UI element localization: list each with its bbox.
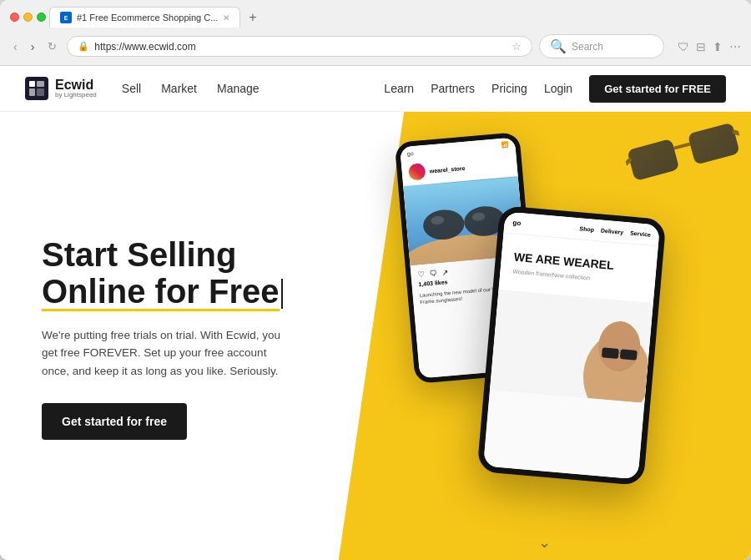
window-controls	[10, 13, 46, 22]
svg-rect-22	[602, 348, 619, 360]
status-icons: 📶	[501, 141, 509, 149]
minimize-button[interactable]	[23, 13, 33, 22]
menu-icon[interactable]: ⋯	[729, 40, 741, 53]
mockup-title: WE ARE WEAREL	[513, 250, 614, 272]
logo[interactable]: Ecwid by Lightspeed	[25, 77, 97, 100]
tab-title: #1 Free Ecommerce Shopping C...	[77, 13, 218, 23]
url-text: https://www.ecwid.com	[94, 41, 507, 53]
svg-rect-3	[37, 88, 44, 96]
tab-favicon: E	[60, 12, 72, 23]
tab-bar: E #1 Free Ecommerce Shopping C... ✕ +	[10, 7, 741, 28]
get-started-hero-button[interactable]: Get started for free	[42, 403, 187, 440]
bookmark-icon[interactable]: ☆	[512, 40, 522, 53]
nav-manage[interactable]: Manage	[217, 82, 260, 95]
nav-learn[interactable]: Learn	[384, 82, 414, 95]
browser-window: E #1 Free Ecommerce Shopping C... ✕ + ‹ …	[0, 0, 751, 560]
tab-close-icon[interactable]: ✕	[223, 13, 229, 23]
scroll-down-indicator[interactable]: ⌄	[538, 533, 551, 552]
forward-button[interactable]: ›	[28, 38, 38, 55]
new-tab-button[interactable]: +	[244, 8, 261, 27]
refresh-button[interactable]: ↻	[44, 38, 60, 54]
maximize-button[interactable]	[37, 13, 46, 22]
browser-tab[interactable]: E #1 Free Ecommerce Shopping C... ✕	[49, 7, 240, 28]
sidebar-icon[interactable]: ⊟	[696, 40, 706, 53]
lock-icon: 🔒	[78, 41, 89, 52]
browser-actions: 🛡 ⊟ ⬆ ⋯	[678, 40, 741, 53]
navigation-bar: Ecwid by Lightspeed Sell Market Manage L…	[0, 66, 751, 112]
nav-login[interactable]: Login	[544, 82, 572, 95]
svg-rect-0	[29, 81, 35, 87]
share-icon[interactable]: ⬆	[713, 40, 723, 53]
status-time: go	[407, 150, 414, 157]
nav-sell[interactable]: Sell	[122, 82, 141, 95]
logo-icon	[25, 77, 48, 100]
website-mockup-screen: go Shop Delivery Service WE ARE WEAREL	[483, 211, 660, 479]
hero-right: go 📶 wearel_store	[338, 112, 751, 560]
mockup-brand: go	[512, 219, 522, 227]
nav-pricing[interactable]: Pricing	[491, 82, 527, 95]
back-button[interactable]: ‹	[10, 38, 21, 55]
address-bar-row: ‹ › ↻ 🔒 https://www.ecwid.com ☆ 🔍 Search…	[10, 34, 741, 58]
mockup-nav-shop: Shop	[579, 225, 594, 232]
svg-line-7	[674, 144, 690, 148]
website-mockup-product-image	[490, 290, 653, 404]
nav-links-right: Learn Partners Pricing Login Get started…	[384, 75, 726, 103]
address-bar[interactable]: 🔒 https://www.ecwid.com ☆	[67, 36, 532, 57]
shield-icon: 🛡	[678, 40, 689, 53]
get-started-nav-button[interactable]: Get started for FREE	[589, 75, 726, 103]
browser-chrome: E #1 Free Ecommerce Shopping C... ✕ + ‹ …	[0, 0, 751, 66]
mockup-nav-delivery: Delivery	[601, 228, 624, 235]
logo-text: Ecwid by Lightspeed	[55, 78, 97, 99]
close-button[interactable]	[10, 13, 19, 22]
hero-heading-line1: Start Selling	[42, 236, 236, 273]
phone-website-mockup: go Shop Delivery Service WE ARE WEAREL	[476, 205, 666, 486]
hero-description: We're putting free trials on trial. With…	[42, 326, 292, 381]
nav-market[interactable]: Market	[161, 82, 197, 95]
cursor-blink	[281, 279, 283, 309]
hero-heading-line2: Online for Free	[42, 273, 280, 310]
hero-heading: Start Selling Online for Free	[42, 236, 313, 310]
mockup-subtitle: Wooden frame/New collection	[512, 269, 590, 281]
svg-rect-10	[627, 139, 679, 181]
mockup-nav-service: Service	[630, 230, 651, 238]
search-bar[interactable]: 🔍 Search	[539, 34, 664, 58]
search-placeholder: Search	[572, 41, 603, 53]
instagram-avatar	[408, 163, 426, 181]
hero-section: Start Selling Online for Free We're putt…	[0, 112, 751, 560]
hero-left: Start Selling Online for Free We're putt…	[0, 112, 338, 560]
logo-sub: by Lightspeed	[55, 92, 97, 99]
svg-rect-23	[620, 350, 638, 361]
search-icon: 🔍	[550, 38, 567, 54]
instagram-username: wearel_store	[429, 164, 465, 174]
svg-rect-11	[688, 123, 740, 165]
nav-links-left: Sell Market Manage	[122, 82, 260, 95]
nav-partners[interactable]: Partners	[431, 82, 475, 95]
svg-rect-1	[37, 81, 44, 87]
website-content: Ecwid by Lightspeed Sell Market Manage L…	[0, 66, 751, 560]
svg-rect-2	[29, 88, 35, 96]
logo-name: Ecwid	[55, 78, 97, 93]
